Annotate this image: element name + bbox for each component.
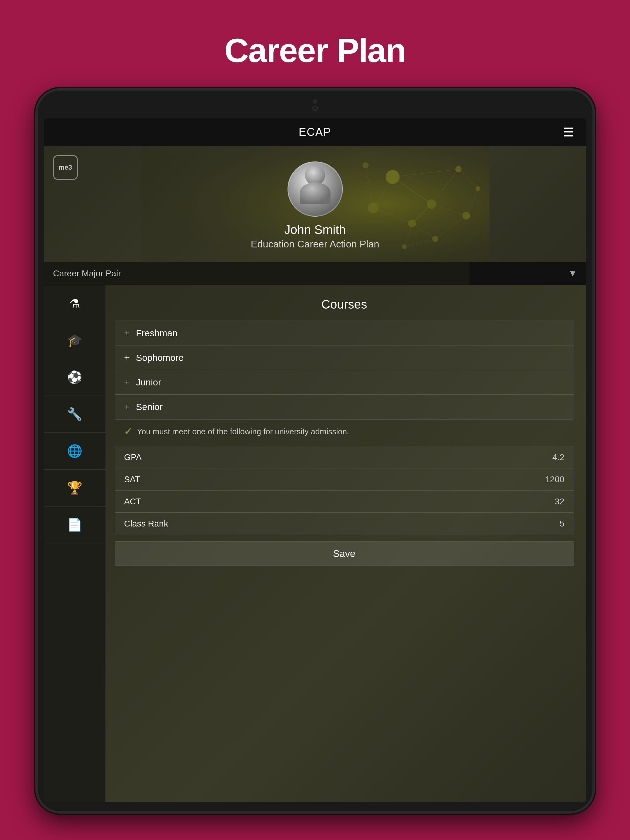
sidebar: ⚗ 🎓 ⚽ 🔧 🌐 🏆 📄 (44, 285, 106, 802)
course-label-senior: Senior (136, 402, 163, 412)
profile-header: me3 John Smith Education Career Action P… (44, 146, 586, 262)
course-label-freshman: Freshman (136, 328, 177, 338)
save-button[interactable]: Save (115, 541, 574, 566)
profile-subtitle: Education Career Action Plan (250, 238, 379, 250)
dropdown-right: ▼ (470, 262, 586, 285)
course-item-sophomore[interactable]: + Sophomore (115, 346, 574, 370)
tablet-frame: ECAP ☰ (35, 88, 595, 813)
main-content: ⚗ 🎓 ⚽ 🔧 🌐 🏆 📄 (44, 285, 586, 802)
stat-row-sat: SAT 1200 (115, 468, 574, 491)
sports-icon: ⚽ (67, 370, 82, 385)
check-icon: ✓ (124, 426, 132, 437)
expand-senior-icon: + (124, 401, 130, 413)
sidebar-item-documents[interactable]: 📄 (44, 507, 106, 543)
profile-name: John Smith (284, 223, 346, 237)
course-label-sophomore: Sophomore (136, 352, 184, 363)
courses-title: Courses (115, 297, 574, 311)
page-title: Career Plan (225, 31, 405, 70)
sidebar-item-education[interactable]: 🎓 (44, 322, 106, 359)
expand-sophomore-icon: + (124, 352, 130, 363)
dropdown-arrow-icon: ▼ (568, 268, 577, 278)
flask-icon: ⚗ (69, 297, 80, 311)
avatar (288, 161, 343, 217)
admission-note: ✓ You must meet one of the following for… (115, 420, 574, 444)
course-label-junior: Junior (136, 377, 161, 388)
nav-title: ECAP (299, 126, 331, 139)
nav-bar: ECAP ☰ (44, 118, 586, 146)
tablet-camera (312, 99, 318, 111)
admission-text: You must meet one of the following for u… (137, 427, 349, 436)
sidebar-item-awards[interactable]: 🏆 (44, 470, 106, 507)
stat-value-class-rank: 5 (560, 519, 565, 529)
expand-junior-icon: + (124, 376, 130, 388)
page-title-section: Career Plan (225, 0, 405, 88)
stat-row-gpa: GPA 4.2 (115, 446, 574, 468)
sidebar-item-global[interactable]: 🌐 (44, 433, 106, 470)
expand-freshman-icon: + (124, 327, 130, 339)
stat-label-act: ACT (124, 497, 555, 507)
course-list: + Freshman + Sophomore + Junior + Senior (115, 321, 574, 420)
stat-label-class-rank: Class Rank (124, 519, 560, 529)
dropdown-label: Career Major Pair (44, 268, 470, 278)
hamburger-menu-icon[interactable]: ☰ (563, 125, 574, 139)
globe-icon: 🌐 (67, 444, 82, 458)
career-major-dropdown[interactable]: Career Major Pair ▼ (44, 262, 586, 285)
course-item-senior[interactable]: + Senior (115, 395, 574, 419)
stat-row-class-rank: Class Rank 5 (115, 513, 574, 535)
course-item-junior[interactable]: + Junior (115, 370, 574, 395)
stat-row-act: ACT 32 (115, 491, 574, 513)
stat-label-sat: SAT (124, 475, 545, 485)
stats-table: GPA 4.2 SAT 1200 ACT 32 Class Rank 5 (115, 446, 574, 535)
course-item-freshman[interactable]: + Freshman (115, 321, 574, 346)
me3-logo: me3 (53, 155, 78, 180)
graduation-icon: 🎓 (67, 333, 82, 347)
stat-label-gpa: GPA (124, 452, 552, 462)
stat-value-gpa: 4.2 (552, 452, 565, 462)
sidebar-item-sports[interactable]: ⚽ (44, 359, 106, 396)
stat-value-sat: 1200 (545, 475, 564, 485)
wrench-icon: 🔧 (67, 407, 82, 422)
sidebar-item-science[interactable]: ⚗ (44, 285, 106, 322)
document-icon: 📄 (67, 518, 82, 532)
stat-value-act: 32 (555, 497, 564, 507)
content-area: Courses + Freshman + Sophomore + Junior (106, 285, 586, 802)
tablet-screen: ECAP ☰ (44, 118, 586, 802)
trophy-icon: 🏆 (67, 481, 82, 495)
sidebar-item-tools[interactable]: 🔧 (44, 396, 106, 433)
